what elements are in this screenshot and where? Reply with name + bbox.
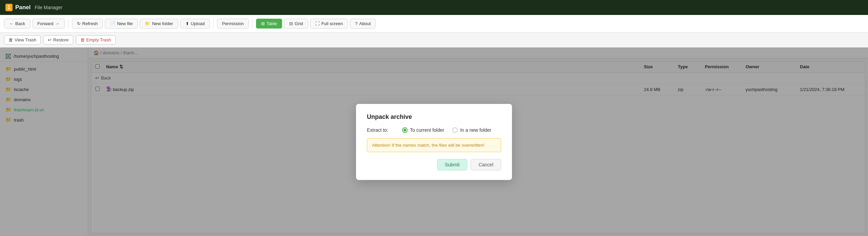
modal-actions: Submit Cancel [367,159,501,170]
trash-icon: 🗑 [8,37,13,42]
divider-3 [252,19,253,29]
about-icon: ? [355,21,357,26]
about-button[interactable]: ? About [350,19,376,29]
forward-arrow-icon: → [55,21,60,26]
upload-button[interactable]: ⬆ Upload [180,19,210,29]
radio-current-folder[interactable]: To current folder [402,127,444,133]
permission-button[interactable]: Permission [217,19,249,29]
forward-button[interactable]: Forward → [32,19,65,29]
restore-icon: ↩ [48,37,52,42]
fullscreen-button[interactable]: ⛶ Full screen [310,19,348,29]
extract-to-row: Extract to: To current folder In a new f… [367,127,501,133]
submit-button[interactable]: Submit [437,159,468,170]
refresh-icon: ↻ [77,21,81,26]
fullscreen-icon: ⛶ [315,21,320,26]
radio-new-unselected [452,127,458,133]
unpack-modal: Unpack archive Extract to: To current fo… [356,104,512,180]
logo-box: 1 [5,4,13,11]
table-button[interactable]: ⊞ Table [256,19,282,29]
top-header: 1 Panel File Manager [0,0,868,15]
app-title: File Manager [35,5,62,10]
grid-button[interactable]: ⊟ Grid [284,19,308,29]
divider-2 [213,19,214,29]
back-button[interactable]: ← Back [4,19,30,29]
radio-new-folder[interactable]: In a new folder [452,127,491,133]
refresh-button[interactable]: ↻ Refresh [72,19,103,29]
new-folder-icon: 📁 [145,21,150,26]
back-arrow-icon: ← [9,21,14,26]
radio-current-selected [402,127,408,133]
view-trash-button[interactable]: 🗑 View Trash [4,35,41,44]
upload-icon: ⬆ [185,21,189,26]
table-icon: ⊞ [261,21,265,26]
toolbar: ← Back Forward → ↻ Refresh 📄 New file 📁 … [0,15,868,33]
logo-text: Panel [15,4,31,11]
empty-trash-icon: 🗑 [80,37,85,42]
grid-icon: ⊟ [289,21,293,26]
cancel-button[interactable]: Cancel [471,159,501,170]
divider-1 [68,19,68,29]
new-file-button[interactable]: 📄 New file [105,19,138,29]
modal-overlay: Unpack archive Extract to: To current fo… [0,48,868,236]
secondary-toolbar: 🗑 View Trash ↩ Restore 🗑 Empty Trash [0,33,868,48]
main-area: 💽 /home/yuchpasthosting 📁 public_html 📁 … [0,48,868,236]
new-folder-button[interactable]: 📁 New folder [140,19,178,29]
new-file-icon: 📄 [110,21,115,26]
restore-button[interactable]: ↩ Restore [43,35,73,44]
extract-label: Extract to: [367,127,394,133]
warning-box: Attention! If the names match, the files… [367,138,501,152]
modal-title: Unpack archive [367,113,501,121]
empty-trash-button[interactable]: 🗑 Empty Trash [76,35,116,44]
logo-area: 1 Panel File Manager [5,4,62,11]
